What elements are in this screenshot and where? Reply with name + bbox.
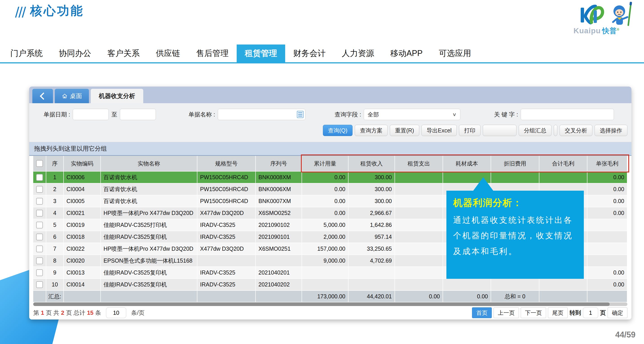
nav-item-6[interactable]: 租赁管理 [237,45,285,62]
nav-item-1[interactable]: 门户系统 [2,45,51,62]
cross-analysis-button[interactable]: 交叉分析 [560,125,592,136]
row-6-checkbox[interactable] [36,234,43,240]
column-header-10[interactable]: 折旧费用 [491,156,539,171]
nav-item-2[interactable]: 协同办公 [51,45,99,62]
nav-item-5[interactable]: 售后管理 [188,45,237,62]
query-field-select[interactable]: 全部 ∨ [364,109,460,120]
column-header-2[interactable]: 实物编码 [64,156,101,171]
goto-page-input[interactable] [583,307,598,318]
row-9-checkbox-cell [33,267,46,279]
print-button[interactable]: 打印 [459,125,480,136]
nav-item-3[interactable]: 客户关系 [99,45,148,62]
first-page-button[interactable]: 首页 [472,307,492,318]
filter-row: 单据日期 : 至 单据名称 : 查询字段 : 全部 ∨ 关 键 字 : [33,108,628,121]
chevron-left-icon [40,92,47,100]
doc-name-input[interactable] [218,109,306,120]
cell [348,279,395,291]
pager-text: 页 总计 [66,309,85,317]
nav-item-7[interactable]: 财务会计 [285,45,334,62]
column-header-5[interactable]: 序列号 [256,156,302,171]
cell: 0.00 [302,184,348,195]
row-8-checkbox[interactable] [36,257,43,264]
row-4-checkbox[interactable] [36,210,43,217]
column-header-7[interactable]: 租赁收入 [348,156,395,171]
keyword-input[interactable] [521,109,614,120]
cell: CI0019 [64,219,101,231]
cell [588,219,628,231]
cell: CI0014 [64,279,101,291]
row-7-checkbox[interactable] [36,246,43,252]
cell: 百诺肯饮水机 [101,171,198,184]
cell: 9 [46,267,64,279]
cell: 8 [46,255,64,267]
nav-item-9[interactable]: 移动APP [382,45,431,62]
current-page-number: 1 [41,309,44,316]
confirm-button[interactable]: 确定 [608,307,628,318]
column-header-4[interactable]: 规格型号 [198,156,256,171]
query-button[interactable]: 查询(Q) [323,125,352,136]
column-header-12[interactable]: 单张毛利 [588,156,628,171]
table-row[interactable]: 10CI0014佳能IRADV-C3525复印机IRADV-C352520210… [33,279,628,291]
pager-text: 条 [95,309,101,317]
next-page-button[interactable]: 下一页 [521,307,546,318]
summary-cell [588,291,628,302]
tab-desktop[interactable]: 桌面 [55,89,89,103]
column-header-11[interactable]: 合计毛利 [539,156,588,171]
prev-page-button[interactable]: 上一页 [494,307,519,318]
nav-item-8[interactable]: 人力资源 [334,45,382,62]
blank-button[interactable] [483,125,516,136]
cell: 百诺肯饮水机 [101,184,198,195]
row-2-checkbox[interactable] [36,186,43,193]
cell: X477dw D3Q20D [198,243,256,255]
header-checkbox[interactable] [36,160,43,167]
row-7-checkbox-cell [33,243,46,255]
column-header-3[interactable]: 实物名称 [101,156,198,171]
reset-button[interactable]: 重置(R) [390,125,419,136]
group-summary-button[interactable]: 分组汇总 [519,125,552,136]
cell [491,279,539,291]
cell [539,279,588,291]
query-field-value: 全部 [368,111,379,118]
page-size-input[interactable] [106,307,126,318]
summary-cell: 173,000.00 [302,291,348,302]
blank-narrow-button[interactable] [554,125,557,136]
cell: EPSON墨仓式多功能一体机L15168 [101,255,198,267]
kuaipu-logo-mark [572,1,642,28]
row-9-checkbox[interactable] [36,269,43,276]
callout-title: 机器利润分析： [453,197,577,209]
cell: 佳能IRADV-C3525打印机 [101,219,198,231]
callout-pointer [473,177,494,191]
tab-machine-analysis[interactable]: 机器收支分析 [91,89,143,103]
query-plan-button[interactable]: 查询方案 [355,125,388,136]
date-to-input[interactable] [120,109,156,120]
column-header-1[interactable]: 序 [46,156,64,171]
back-button[interactable] [32,89,53,103]
nav-item-10[interactable]: 可选应用 [431,45,479,62]
cell: IRADV-C3525 [198,267,256,279]
group-hint: 拖拽列头到这里以用它分组 [34,144,107,153]
pagination-controls: 首页上一页下一页尾页转到页确定 [472,307,628,318]
cell: X477dw D3Q20D [198,207,256,219]
row-5-checkbox[interactable] [36,222,43,228]
row-1-checkbox[interactable] [36,174,43,181]
last-page-button[interactable]: 尾页 [548,307,568,318]
row-3-checkbox[interactable] [36,198,43,205]
group-drop-zone[interactable]: 拖拽列头到这里以用它分组 [29,142,632,156]
cell: PW150C05HRC4D [198,184,256,195]
cell: 157,000.00 [302,243,348,255]
summary-cell: 总和 = 0 [491,291,539,302]
row-10-checkbox[interactable] [36,281,43,288]
select-operation-button[interactable]: 选择操作 [594,125,628,136]
nav-item-4[interactable]: 供应链 [148,45,188,62]
column-header-8[interactable]: 租赁支出 [395,156,443,171]
export-excel-button[interactable]: 导出Excel [422,125,457,136]
scrollbar-thumb[interactable] [33,302,610,306]
column-header-6[interactable]: 累计用量 [302,156,348,171]
cell [395,195,443,207]
table-row[interactable]: 1CI0006百诺肯饮水机PW150C05HRC4DBNK0008XM0.003… [33,171,628,184]
goto-suffix-label: 页 [600,309,606,317]
date-from-input[interactable] [73,109,109,120]
column-header-9[interactable]: 耗材成本 [443,156,491,171]
list-picker-icon[interactable] [297,111,304,118]
cell: 0.00 [302,207,348,219]
